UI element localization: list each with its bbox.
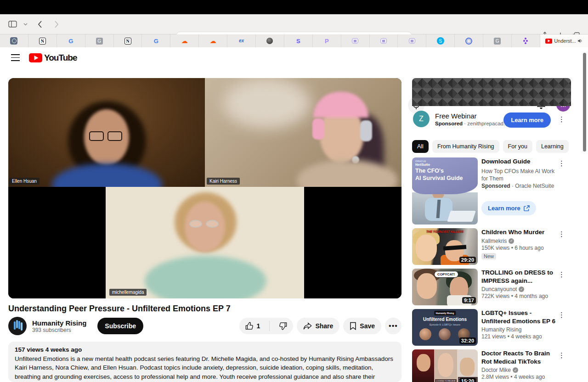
video-menu-button[interactable]: ⋮ bbox=[558, 351, 565, 360]
back-button[interactable] bbox=[38, 21, 42, 28]
youtube-logo[interactable]: YouTube bbox=[29, 53, 77, 63]
related-video-channel[interactable]: Duncanyounot✓ bbox=[481, 286, 560, 292]
youtube-logo-icon bbox=[29, 53, 42, 62]
ad-card-title[interactable]: Download Guide bbox=[481, 157, 560, 166]
related-video-meta: 2.8M views • 4 weeks ago bbox=[481, 374, 560, 380]
verified-icon: ✓ bbox=[519, 286, 524, 292]
video-thumbnail[interactable]: Humanity Rising Unfiltered Emotions Epis… bbox=[412, 309, 478, 346]
chip-for-you[interactable]: For you bbox=[503, 140, 532, 153]
chip-all[interactable]: All bbox=[412, 140, 429, 153]
thumb-up-icon bbox=[245, 322, 254, 330]
favorite-g-app-icon[interactable]: G bbox=[483, 34, 512, 47]
favorite-notion-icon[interactable]: N bbox=[28, 34, 57, 47]
ad-card-subtitle: How Top CFOs Make AI Work for Them bbox=[481, 168, 560, 182]
ad-learn-more-button[interactable]: Learn more bbox=[503, 112, 551, 128]
channel-avatar[interactable] bbox=[8, 317, 27, 335]
participant-nametag: Ellen Hsuan bbox=[9, 178, 40, 185]
verified-icon: ✓ bbox=[509, 238, 514, 244]
dislike-button[interactable] bbox=[273, 318, 293, 334]
ad-card-learn-more-button[interactable]: Learn more bbox=[481, 201, 536, 215]
like-count: 1 bbox=[257, 322, 260, 330]
favorite-skype-icon[interactable]: S bbox=[426, 34, 455, 47]
related-video-title[interactable]: LGBTQ+ Issues - Unfiltered Emotions EP 6 bbox=[481, 309, 560, 325]
favorite-sphere-icon[interactable] bbox=[256, 34, 284, 47]
favorite-soundcloud-icon[interactable]: ☁ bbox=[199, 34, 227, 47]
channel-subscribers: 393 subscribers bbox=[32, 327, 86, 333]
youtube-header: YouTube M bbox=[0, 47, 588, 68]
ad-title[interactable]: Free Webinar bbox=[435, 112, 508, 120]
duration-badge: 29:20 bbox=[459, 257, 476, 263]
related-video-channel[interactable]: Humanity Rising bbox=[481, 326, 560, 333]
favorite-stripe-icon[interactable]: S bbox=[284, 34, 313, 47]
ad-thumbnail[interactable]: ORACLE NetSuite The CFO's AI Survival Gu… bbox=[412, 157, 478, 225]
chip-learning[interactable]: Learning bbox=[536, 140, 569, 153]
video-title: Understanding Peer Pressure - Unfiltered… bbox=[8, 304, 401, 314]
favorite-sparkle-icon[interactable] bbox=[512, 34, 540, 47]
related-video[interactable]: COPYCAT! 9:17 TROLLING on DRESS to IMPRE… bbox=[412, 269, 571, 305]
browser-toolbar: youtube.com bbox=[0, 14, 588, 34]
tab-audio-icon[interactable] bbox=[578, 39, 583, 43]
video-menu-button[interactable]: ⋮ bbox=[558, 230, 565, 238]
ad-menu-button[interactable]: ⋮ bbox=[558, 115, 565, 124]
video-thumbnail[interactable]: COPYCAT! 9:17 bbox=[412, 269, 478, 305]
duration-badge: 32:20 bbox=[459, 337, 476, 344]
description-text: Unfiltered Emotions is a new mental heal… bbox=[15, 354, 395, 382]
video-thumbnail[interactable]: THE YOUNGEST KILLERS 29:20 bbox=[412, 228, 478, 265]
description-box[interactable]: 157 views 4 weeks ago Unfiltered Emotion… bbox=[8, 342, 401, 382]
duration-badge: 15:20 bbox=[459, 378, 476, 382]
new-badge: New bbox=[481, 253, 496, 259]
favorite-notion-icon[interactable]: N bbox=[114, 34, 142, 47]
guide-menu-button[interactable] bbox=[11, 54, 20, 61]
thumb-down-icon bbox=[279, 322, 287, 330]
video-thumbnail[interactable]: LOOKING TO RELIEVE LOOKING TO RELIEVE 15… bbox=[412, 349, 478, 382]
save-button[interactable]: Save bbox=[343, 318, 381, 334]
tab-title: Underst... bbox=[554, 38, 576, 44]
forward-button[interactable] bbox=[54, 21, 59, 28]
share-button[interactable]: Share bbox=[297, 318, 339, 334]
related-video-channel[interactable]: Doctor Mike✓ bbox=[481, 367, 560, 373]
subscribe-button[interactable]: Subscribe bbox=[97, 318, 143, 334]
related-video-title[interactable]: TROLLING on DRESS to IMPRESS again... bbox=[481, 269, 560, 285]
chevron-down-icon[interactable] bbox=[23, 23, 28, 26]
related-video[interactable]: Humanity Rising Unfiltered Emotions Epis… bbox=[412, 309, 571, 346]
video-menu-button[interactable]: ⋮ bbox=[558, 311, 565, 319]
favorite-google-icon[interactable]: G bbox=[142, 34, 170, 47]
ad-banner-image[interactable] bbox=[412, 78, 571, 106]
related-video-channel[interactable]: Kallmekris✓ bbox=[481, 238, 560, 244]
sidebar-toggle-icon[interactable] bbox=[8, 21, 17, 28]
filter-chips: All From Humanity Rising For you Learnin… bbox=[412, 140, 571, 153]
favorite-chat-bubble-icon[interactable] bbox=[341, 34, 370, 47]
page-scrollbar[interactable] bbox=[583, 53, 586, 152]
favorite-google-gray-icon[interactable]: G bbox=[85, 34, 114, 47]
youtube-wordmark: YouTube bbox=[44, 53, 77, 63]
favorite-google-icon[interactable]: G bbox=[57, 34, 85, 47]
related-video-title[interactable]: Children Who Murder bbox=[481, 228, 560, 236]
participant-video-kairi: Kairi Harness bbox=[205, 78, 401, 187]
favorite-translate-icon[interactable]: ex bbox=[227, 34, 256, 47]
favorite-clock-app-icon[interactable] bbox=[0, 34, 28, 47]
video-player[interactable]: Ellen Hsuan Kairi Harness michellemagida bbox=[8, 78, 401, 298]
related-video[interactable]: LOOKING TO RELIEVE LOOKING TO RELIEVE 15… bbox=[412, 349, 571, 382]
favorite-p-app-icon[interactable]: P bbox=[313, 34, 341, 47]
participant-video-michelle: michellemagida bbox=[106, 187, 304, 298]
favorite-chat-bubble-icon[interactable] bbox=[398, 34, 426, 47]
ad-banner-row: Z Free Webinar Sponsored · zenithprepaca… bbox=[412, 106, 571, 134]
sidebar-ad-card[interactable]: ORACLE NetSuite The CFO's AI Survival Gu… bbox=[412, 157, 571, 225]
related-video[interactable]: THE YOUNGEST KILLERS 29:20 Children Who … bbox=[412, 228, 571, 265]
favorite-chat-bubble-icon[interactable] bbox=[370, 34, 398, 47]
ad-card-sponsored: Sponsored · Oracle NetSuite bbox=[481, 183, 560, 189]
related-video-title[interactable]: Doctor Reacts To Brain Rot Medical TikTo… bbox=[481, 349, 560, 365]
oracle-netsuite-logo: ORACLE NetSuite bbox=[415, 160, 430, 167]
verified-icon: ✓ bbox=[513, 367, 518, 373]
chip-from-channel[interactable]: From Humanity Rising bbox=[432, 140, 499, 153]
browser-tab[interactable]: Underst... bbox=[540, 34, 588, 47]
advertiser-avatar[interactable]: Z bbox=[413, 111, 430, 127]
channel-name[interactable]: Humanity Rising bbox=[32, 319, 86, 327]
ad-card-menu-button[interactable]: ⋮ bbox=[558, 159, 565, 168]
video-menu-button[interactable]: ⋮ bbox=[558, 270, 565, 279]
external-link-icon bbox=[524, 205, 530, 211]
more-actions-button[interactable]: ••• bbox=[385, 318, 401, 334]
favorite-rings-icon[interactable] bbox=[455, 34, 483, 47]
like-button[interactable]: 1 bbox=[239, 318, 266, 334]
favorite-soundcloud-icon[interactable]: ☁ bbox=[170, 34, 199, 47]
